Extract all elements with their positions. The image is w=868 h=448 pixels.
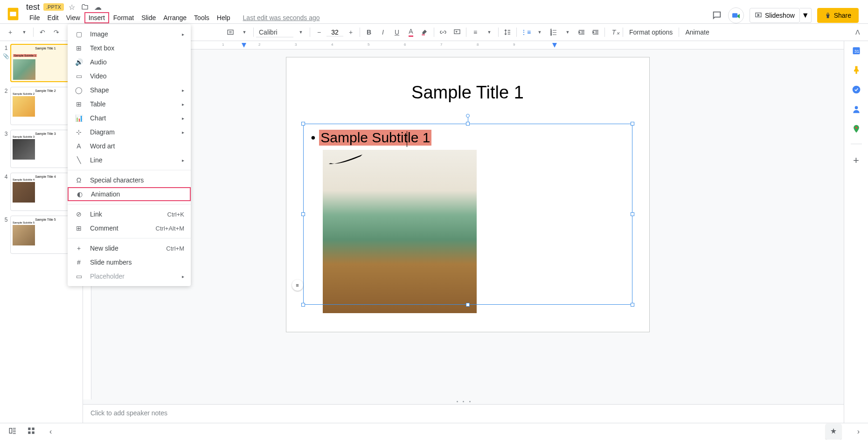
horizontal-ruler[interactable]: 1 2 3 4 5 6 7 8 9	[91, 41, 844, 49]
decrease-size-button[interactable]: −	[312, 26, 326, 39]
speaker-notes-toggle[interactable]: ≡	[292, 280, 303, 291]
menu-insert[interactable]: Insert	[84, 12, 109, 23]
insert-image-item[interactable]: ▢Image▸	[68, 27, 191, 41]
insert-new-slide-item[interactable]: +New slideCtrl+M	[68, 241, 191, 255]
resize-handle[interactable]	[301, 212, 305, 216]
move-icon[interactable]	[81, 3, 89, 11]
calendar-icon[interactable]: 31	[852, 46, 861, 55]
meet-icon[interactable]	[728, 7, 744, 23]
add-addon-icon[interactable]: +	[853, 154, 859, 167]
insert-chart-item[interactable]: 📊Chart▸	[68, 111, 191, 125]
filmstrip-view-icon[interactable]	[8, 427, 17, 437]
menu-slide[interactable]: Slide	[138, 13, 159, 22]
star-icon[interactable]: ☆	[68, 3, 76, 11]
hide-side-panel-icon[interactable]: ›	[857, 427, 860, 436]
align-dropdown[interactable]: ▼	[483, 26, 496, 39]
slide-title-text[interactable]: Sample Title 1	[286, 83, 649, 103]
maps-icon[interactable]	[852, 124, 861, 133]
text-color-button[interactable]: A	[404, 26, 417, 39]
underline-button[interactable]: U	[390, 26, 403, 39]
menu-format[interactable]: Format	[110, 13, 137, 22]
zoom-dropdown[interactable]: ▼	[238, 26, 251, 39]
menu-file[interactable]: File	[26, 13, 43, 22]
collapse-toolbar-button[interactable]: ᐱ	[851, 26, 864, 39]
highlight-button[interactable]	[418, 26, 431, 39]
increase-size-button[interactable]: +	[344, 26, 357, 39]
cloud-icon[interactable]: ☁	[94, 3, 102, 11]
resize-handle[interactable]	[631, 122, 634, 126]
notes-resize-handle[interactable]	[83, 399, 844, 404]
align-button[interactable]: ≡	[469, 26, 482, 39]
grid-view-icon[interactable]	[27, 427, 35, 437]
menu-edit[interactable]: Edit	[44, 13, 62, 22]
resize-handle[interactable]	[301, 122, 305, 126]
resize-handle[interactable]	[301, 303, 305, 307]
animate-button[interactable]: Animate	[681, 28, 713, 36]
slideshow-button[interactable]: Slideshow	[750, 8, 800, 23]
collapse-panel-icon[interactable]: ‹	[49, 427, 52, 436]
link-button[interactable]	[437, 26, 450, 39]
font-dropdown[interactable]: ▼	[294, 26, 307, 39]
insert-audio-item[interactable]: 🔊Audio	[68, 55, 191, 69]
increase-indent-button[interactable]	[589, 26, 602, 39]
new-slide-dropdown[interactable]: ▼	[18, 26, 31, 39]
line-spacing-button[interactable]	[501, 26, 514, 39]
image-icon: ▢	[74, 29, 83, 39]
slide-canvas[interactable]: Sample Title 1	[286, 57, 650, 332]
insert-shape-item[interactable]: ◯Shape▸	[68, 83, 191, 97]
insert-comment-item[interactable]: ⊞CommentCtrl+Alt+M	[68, 221, 191, 235]
slide-number: 2	[2, 87, 10, 125]
slide-number: 5	[2, 216, 10, 254]
comments-icon[interactable]	[711, 10, 722, 21]
decrease-indent-button[interactable]	[575, 26, 588, 39]
insert-table-item[interactable]: ⊞Table▸	[68, 97, 191, 111]
share-button[interactable]: Share	[817, 8, 859, 23]
clear-format-button[interactable]: T✕	[607, 26, 620, 39]
zoom-button[interactable]	[224, 26, 237, 39]
menu-view[interactable]: View	[63, 13, 83, 22]
insert-diagram-item[interactable]: ⊹Diagram▸	[68, 125, 191, 139]
tasks-icon[interactable]	[852, 85, 861, 94]
placeholder-icon: ▭	[74, 272, 83, 281]
font-select[interactable]: Calibri	[256, 28, 293, 37]
content-textbox[interactable]: • Sample Subtitle 1	[303, 124, 632, 305]
bullet-list-button[interactable]: ⋮≡	[519, 26, 532, 39]
rotate-handle[interactable]	[466, 114, 470, 118]
resize-handle[interactable]	[466, 303, 470, 307]
number-dropdown[interactable]: ▼	[561, 26, 574, 39]
insert-textbox-item[interactable]: ⊞Text box	[68, 41, 191, 55]
doc-title[interactable]: test	[26, 2, 40, 12]
insert-link-item[interactable]: ⊘LinkCtrl+K	[68, 207, 191, 221]
explore-button[interactable]	[826, 424, 841, 440]
speaker-notes[interactable]: Click to add speaker notes	[83, 404, 844, 423]
comment-button[interactable]	[451, 26, 464, 39]
edit-status[interactable]: Last edit was seconds ago	[243, 14, 320, 21]
contacts-icon[interactable]	[852, 105, 861, 114]
new-slide-button[interactable]: +	[4, 26, 17, 39]
insert-wordart-item[interactable]: AWord art	[68, 139, 191, 153]
menu-help[interactable]: Help	[214, 13, 234, 22]
format-options-button[interactable]: Format options	[625, 28, 676, 36]
subtitle-text[interactable]: Sample Subtitle 1	[319, 130, 431, 146]
resize-handle[interactable]	[466, 122, 470, 126]
insert-slide-numbers-item[interactable]: #Slide numbers	[68, 255, 191, 269]
resize-handle[interactable]	[631, 212, 634, 216]
keep-icon[interactable]	[852, 65, 861, 75]
menu-arrange[interactable]: Arrange	[160, 13, 190, 22]
bullet-dropdown[interactable]: ▼	[533, 26, 546, 39]
insert-special-chars-item[interactable]: ΩSpecial characters	[68, 173, 191, 187]
resize-handle[interactable]	[631, 303, 634, 307]
redo-button[interactable]: ↷	[50, 26, 63, 39]
menu-tools[interactable]: Tools	[191, 13, 213, 22]
bold-button[interactable]: B	[362, 26, 375, 39]
italic-button[interactable]: I	[376, 26, 389, 39]
slideshow-dropdown[interactable]: ▼	[800, 8, 812, 23]
undo-button[interactable]: ↶	[36, 26, 49, 39]
slides-logo[interactable]	[4, 5, 22, 23]
insert-line-item[interactable]: ╲Line▸	[68, 153, 191, 167]
insert-animation-item[interactable]: ◐Animation	[68, 187, 191, 201]
number-list-button[interactable]: 123	[547, 26, 560, 39]
animation-icon: ◐	[75, 189, 84, 199]
font-size-input[interactable]	[326, 28, 343, 36]
insert-video-item[interactable]: ▭Video	[68, 69, 191, 83]
